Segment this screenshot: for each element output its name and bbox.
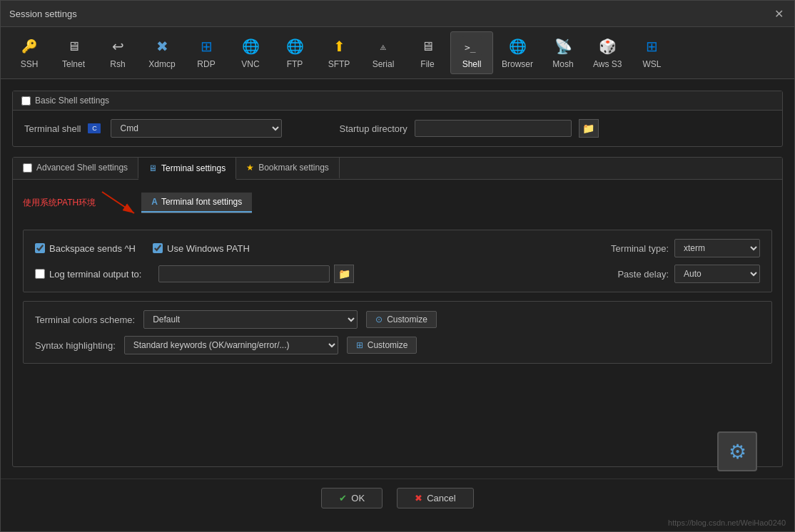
startup-dir-group: Startup directory 📁 xyxy=(339,119,598,138)
proto-browser[interactable]: 🌐 Browser xyxy=(495,32,540,73)
svg-text:>_: >_ xyxy=(465,42,476,53)
font-settings-label: Terminal font settings xyxy=(161,197,242,207)
ssh-icon: 🔑 xyxy=(19,36,39,56)
paste-delay-group: Paste delay: Auto None Short Long xyxy=(617,265,760,283)
main-content: Basic Shell settings Terminal shell C Cm… xyxy=(1,79,794,479)
ok-button[interactable]: ✔ OK xyxy=(321,488,383,508)
cancel-button[interactable]: ✖ Cancel xyxy=(397,488,473,508)
gear-button[interactable]: ⚙ xyxy=(717,431,757,471)
proto-vnc[interactable]: 🌐 VNC xyxy=(229,32,272,73)
terminal-type-select[interactable]: xterm xterm-256color vt100 ansi xyxy=(674,239,760,257)
syntax-row: Syntax highlighting: Standard keywords (… xyxy=(35,336,760,354)
protocol-toolbar: 🔑 SSH 🖥 Telnet ↩ Rsh ✖ Xdmcp ⊞ RDP 🌐 VNC… xyxy=(1,27,794,79)
backspace-checkbox[interactable] xyxy=(35,243,45,253)
close-button[interactable]: ✕ xyxy=(771,6,786,21)
xdmcp-icon: ✖ xyxy=(152,36,172,56)
tabs-bar: Advanced Shell settings 🖥 Terminal setti… xyxy=(13,158,782,180)
log-terminal-item: Log terminal output to: xyxy=(35,269,141,280)
advanced-shell-checkbox[interactable] xyxy=(23,163,32,173)
syntax-select[interactable]: Standard keywords (OK/warning/error/...)… xyxy=(124,336,338,354)
color-customize-icon: ⊙ xyxy=(375,314,383,324)
session-settings-dialog: Session settings ✕ 🔑 SSH 🖥 Telnet ↩ Rsh … xyxy=(0,0,795,532)
telnet-icon: 🖥 xyxy=(64,36,83,56)
ok-label: OK xyxy=(351,493,365,503)
tab-terminal-settings[interactable]: 🖥 Terminal settings xyxy=(138,158,236,180)
proto-xdmcp[interactable]: ✖ Xdmcp xyxy=(141,32,183,73)
tab-bookmark-settings[interactable]: ★ Bookmark settings xyxy=(236,158,340,179)
shell-icon: >_ xyxy=(462,36,482,56)
rdp-icon: ⊞ xyxy=(196,36,216,56)
color-scheme-select[interactable]: Default Solarized Dark Solarized Light M… xyxy=(143,310,358,329)
log-terminal-label: Log terminal output to: xyxy=(49,269,141,280)
ftp-icon: 🌐 xyxy=(285,36,305,56)
color-scheme-row: Terminal colors scheme: Default Solarize… xyxy=(35,310,760,329)
log-browse-button[interactable]: 📁 xyxy=(334,265,354,283)
paste-delay-select[interactable]: Auto None Short Long xyxy=(674,265,760,283)
file-icon: 🖥 xyxy=(417,36,437,56)
proto-wsl[interactable]: ⊞ WSL xyxy=(630,32,673,73)
color-scheme-label: Terminal colors scheme: xyxy=(35,314,135,325)
proto-telnet[interactable]: 🖥 Telnet xyxy=(52,32,95,73)
proto-serial[interactable]: ⟁ Serial xyxy=(362,32,405,73)
watermark-text: https://blog.csdn.net/WeiHao0240 xyxy=(1,517,794,531)
dialog-title: Session settings xyxy=(9,9,77,19)
terminal-tab-content: 使用系统PATH环境 A Ter xyxy=(13,180,782,466)
ok-checkmark-icon: ✔ xyxy=(339,493,347,503)
terminal-inner-settings: Backspace sends ^H Use Windows PATH Term… xyxy=(23,230,772,292)
terminal-type-label: Terminal type: xyxy=(611,243,669,254)
vnc-icon: 🌐 xyxy=(240,36,260,56)
color-customize-button[interactable]: ⊙ Customize xyxy=(366,311,437,328)
cancel-x-icon: ✖ xyxy=(415,493,422,503)
proto-ssh[interactable]: 🔑 SSH xyxy=(8,32,51,73)
wsl-icon: ⊞ xyxy=(642,36,662,56)
proto-mosh[interactable]: 📡 Mosh xyxy=(542,32,584,73)
startup-dir-input[interactable] xyxy=(415,120,572,137)
windows-path-checkbox[interactable] xyxy=(153,243,163,253)
cancel-label: Cancel xyxy=(427,493,455,503)
annotation-text: 使用系统PATH环境 xyxy=(23,197,96,209)
basic-shell-header: Basic Shell settings xyxy=(13,91,782,111)
use-windows-path-item: Use Windows PATH xyxy=(153,243,250,254)
proto-ftp[interactable]: 🌐 FTP xyxy=(273,32,316,73)
tab-advanced-label: Advanced Shell settings xyxy=(36,163,128,173)
proto-awss3[interactable]: 🎲 Aws S3 xyxy=(586,32,629,73)
color-customize-label: Customize xyxy=(387,314,427,324)
log-path-area: 📁 xyxy=(158,265,354,283)
syntax-customize-icon: ⊞ xyxy=(356,340,363,350)
terminal-shell-select[interactable]: Cmd PowerShell Bash xyxy=(111,119,282,138)
annotation-arrow xyxy=(98,188,141,217)
serial-icon: ⟁ xyxy=(373,36,393,56)
dialog-footer: ✔ OK ✖ Cancel xyxy=(1,479,794,517)
basic-shell-checkbox[interactable] xyxy=(21,96,31,106)
tabs-section: Advanced Shell settings 🖥 Terminal setti… xyxy=(12,157,783,467)
check-row-2: Log terminal output to: 📁 Paste delay: A… xyxy=(35,265,760,283)
proto-sftp[interactable]: ⬆ SFTP xyxy=(318,32,360,73)
proto-rsh[interactable]: ↩ Rsh xyxy=(96,32,139,73)
basic-shell-section: Basic Shell settings Terminal shell C Cm… xyxy=(12,91,783,147)
font-settings-subtab: A Terminal font settings xyxy=(141,193,252,213)
folder-browse-button[interactable]: 📁 xyxy=(579,119,599,138)
log-path-input[interactable] xyxy=(158,265,330,282)
tab-advanced-shell[interactable]: Advanced Shell settings xyxy=(13,158,138,179)
windows-path-label: Use Windows PATH xyxy=(167,243,250,254)
check-row-1: Backspace sends ^H Use Windows PATH Term… xyxy=(35,239,760,257)
terminal-shell-label: Terminal shell xyxy=(24,123,81,134)
font-icon: A xyxy=(151,197,158,207)
syntax-customize-button[interactable]: ⊞ Customize xyxy=(347,337,417,354)
basic-shell-row: Terminal shell C Cmd PowerShell Bash Sta… xyxy=(24,119,771,138)
basic-shell-content: Terminal shell C Cmd PowerShell Bash Sta… xyxy=(13,111,782,146)
paste-delay-label: Paste delay: xyxy=(617,269,669,280)
proto-file[interactable]: 🖥 File xyxy=(406,32,449,73)
annotation-row: 使用系统PATH环境 A Ter xyxy=(23,188,772,217)
title-bar: Session settings ✕ xyxy=(1,1,794,27)
proto-rdp[interactable]: ⊞ RDP xyxy=(185,32,228,73)
proto-shell[interactable]: >_ Shell xyxy=(450,31,493,74)
terminal-shell-group: Terminal shell C Cmd PowerShell Bash xyxy=(24,119,282,138)
cmd-icon: C xyxy=(88,123,101,133)
subtab-terminal-font[interactable]: A Terminal font settings xyxy=(141,193,252,213)
awss3-icon: 🎲 xyxy=(597,36,617,56)
backspace-sends-item: Backspace sends ^H xyxy=(35,243,136,254)
terminal-settings-icon: 🖥 xyxy=(148,163,157,173)
browser-icon: 🌐 xyxy=(507,36,527,56)
log-terminal-checkbox[interactable] xyxy=(35,269,45,279)
